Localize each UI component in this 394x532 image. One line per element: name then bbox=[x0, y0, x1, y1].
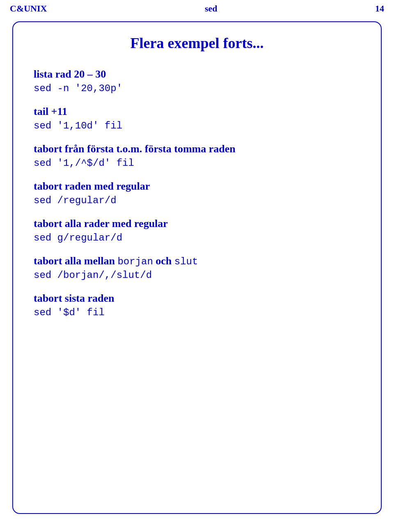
section-label-lista-rad: lista rad 20 – 30 bbox=[34, 68, 360, 80]
section-label-tabort-sista: tabort sista raden bbox=[34, 292, 360, 305]
code-line-3: sed '1,/^$/d' fil bbox=[34, 158, 360, 169]
header: C&UNIX sed 14 bbox=[0, 0, 394, 17]
slide-title: Flera exempel forts... bbox=[34, 34, 360, 52]
label-code-borjan: borjan bbox=[117, 256, 153, 267]
main-box: Flera exempel forts... lista rad 20 – 30… bbox=[12, 21, 382, 514]
header-left: C&UNIX bbox=[10, 3, 47, 14]
section-label-tabort-alla-mellan: tabort alla mellan borjan och slut bbox=[34, 255, 360, 267]
section-tabort-sista: tabort sista raden sed '$d' fil bbox=[34, 292, 360, 318]
section-label-tabort-raden: tabort raden med regular bbox=[34, 180, 360, 193]
label-code-slut: slut bbox=[174, 256, 198, 267]
label-bold-1: tabort alla mellan bbox=[34, 255, 117, 267]
code-line-4: sed /regular/d bbox=[34, 195, 360, 206]
section-label-tail: tail +11 bbox=[34, 105, 360, 118]
code-line-5: sed g/regular/d bbox=[34, 232, 360, 243]
section-tabort-alla-rader: tabort alla rader med regular sed g/regu… bbox=[34, 218, 360, 243]
section-tabort-forsta: tabort från första t.o.m. första tomma r… bbox=[34, 143, 360, 169]
section-tabort-alla-mellan: tabort alla mellan borjan och slut sed /… bbox=[34, 255, 360, 281]
section-tabort-raden: tabort raden med regular sed /regular/d bbox=[34, 180, 360, 206]
label-och: och bbox=[153, 255, 174, 267]
code-line-7: sed '$d' fil bbox=[34, 307, 360, 318]
header-center: sed bbox=[205, 3, 218, 14]
header-right: 14 bbox=[375, 3, 384, 14]
section-label-tabort-alla-rader: tabort alla rader med regular bbox=[34, 218, 360, 230]
section-label-tabort-forsta: tabort från första t.o.m. första tomma r… bbox=[34, 143, 360, 155]
code-line-1: sed -n '20,30p' bbox=[34, 83, 360, 94]
code-line-2: sed '1,10d' fil bbox=[34, 120, 360, 131]
code-line-6: sed /borjan/,/slut/d bbox=[34, 270, 360, 281]
section-lista-rad: lista rad 20 – 30 sed -n '20,30p' tail +… bbox=[34, 68, 360, 131]
